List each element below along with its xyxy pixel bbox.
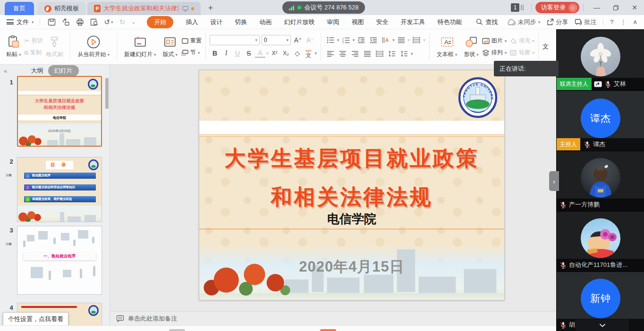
ribbon-tab-animation[interactable]: 动画 [259,18,271,26]
slide-thumbnail-3[interactable]: 一、熟知就业程序 [17,226,102,295]
help-button[interactable]: ? [610,18,613,25]
minimize-button[interactable]: — [587,0,606,15]
collapse-panel-button[interactable]: « [4,67,7,74]
clear-format-button[interactable]: ◇ [292,48,303,58]
column-spacing-button[interactable] [386,49,398,58]
notes-bar[interactable]: 单击此处添加备注 [110,311,556,325]
slide-title[interactable]: 大学生基层项目就业政策和相关法律法规 [199,139,504,216]
slide-editor-area[interactable]: YANGTZE UNIVERSITY 大学生基层项目就业政策和相关法律法规 电信… [110,65,556,311]
slide-thumbnail-1[interactable]: 大学生基层项目就业政策和相关法律法规 电信学院 2020年4月15日 [17,76,102,147]
print-icon[interactable] [76,18,84,26]
collapse-ribbon-button[interactable]: ∧ [633,18,637,25]
numbered-list-button[interactable] [340,35,352,45]
layout-button[interactable]: 版式▾ [160,34,181,59]
undo-button[interactable]: ↺▾ [104,18,113,26]
window-count-badge[interactable]: 1 [511,3,519,12]
export-icon[interactable] [62,18,70,26]
textbox-button[interactable]: A 文本框▾ [433,34,461,59]
arrange-button[interactable]: 排列▾ [482,49,507,57]
ribbon-tab-security[interactable]: 安全 [376,18,388,26]
redo-button[interactable]: ↻ [119,18,126,26]
more-commands-button[interactable]: ⌄ [131,19,136,25]
print-preview-icon[interactable] [90,18,98,26]
copy-button[interactable]: ⧉复制 [25,49,43,57]
more-menu-button[interactable]: ⋮ [620,18,626,25]
ribbon-tab-home[interactable]: 开始 [147,16,173,28]
text-placeholder-button[interactable] [396,35,407,45]
font-family-select[interactable]: ▾ [210,35,260,45]
new-tab-button[interactable]: + [204,2,217,14]
fill-button[interactable]: 填充▾ [509,37,534,45]
section-button[interactable]: 节▾ [181,49,202,57]
ribbon-tab-slideshow[interactable]: 幻灯片放映 [284,18,314,26]
slide-canvas[interactable]: YANGTZE UNIVERSITY 大学生基层项目就业政策和相关法律法规 电信… [199,70,505,300]
cut-button[interactable]: ✂剪切 [25,37,43,45]
phonetic-guide-button[interactable]: wén文 [304,48,314,58]
increase-indent-button[interactable] [368,35,379,45]
format-painter-button[interactable]: 格式刷 [42,34,66,59]
settings-tooltip[interactable]: 个性设置，点我看看 [3,312,68,325]
ribbon-tab-view[interactable]: 视图 [351,18,364,26]
comment-button[interactable]: 批注 [575,18,596,26]
save-icon[interactable] [48,18,56,26]
align-left-button[interactable] [325,49,336,58]
ribbon-tab-review[interactable]: 审阅 [327,18,339,26]
slide-subtitle[interactable]: 电信学院 [199,211,504,227]
justify-button[interactable] [362,49,373,58]
participant-tile[interactable]: 谭杰 主持人 谭杰 [557,90,644,150]
chevron-down-icon: ▾ [532,39,534,43]
participant-tile[interactable]: 联席主持人 艾林 [557,29,644,90]
outline-button[interactable]: 轮廓▾ [509,49,534,57]
tab-docer-templates[interactable]: 稻壳模板 [38,2,85,15]
strikethrough-button[interactable]: S [244,48,254,58]
participant-tile[interactable]: 自动化产11701鲁进... [557,211,644,271]
font-size-select[interactable]: 0▾ [262,35,291,45]
line-spacing-button[interactable] [398,49,410,58]
ribbon-tab-devtools[interactable]: 开发工具 [400,18,425,26]
char-spacing-button[interactable] [411,35,422,45]
align-right-button[interactable] [349,49,361,58]
share-button[interactable]: 分享 [547,18,568,26]
tab-home[interactable]: 首页 [5,2,34,15]
ribbon-tab-design[interactable]: 设计 [210,18,222,26]
ribbon-tab-transition[interactable]: 切换 [235,18,247,26]
text-direction-button[interactable] [380,35,391,45]
play-from-current-button[interactable]: 从当前开始▾ [74,34,113,59]
tab-outline[interactable]: 大纲 [31,66,43,75]
paste-button[interactable]: 粘贴▾ [3,34,25,59]
shapes-button[interactable]: 形状▾ [460,34,482,59]
reset-button[interactable]: 重置 [181,37,202,45]
bullet-list-button[interactable] [325,35,336,45]
sync-status-button[interactable]: 未同步 ▾ [507,18,541,26]
superscript-button[interactable]: X² [270,48,280,58]
file-menu[interactable]: 文件 ▾ [7,18,34,26]
font-color-button[interactable]: A [255,49,265,58]
picture-button[interactable]: 图片▾ [482,37,507,45]
align-center-button[interactable] [337,49,348,58]
meeting-id-badge[interactable]: 会议号 274 876 528 [282,1,365,14]
subscript-button[interactable]: X₂ [281,48,291,58]
collapse-participants-button[interactable] [576,319,629,331]
guest-login-button[interactable]: 访客登录 ☺ [535,2,579,13]
panel-scrollbar[interactable] [105,78,109,109]
participant-tile[interactable]: 新钟 胡新钟 [557,271,644,331]
ribbon-tab-special[interactable]: 特色功能 [437,18,462,26]
participant-tile[interactable]: 产一方博鹏 [557,150,644,211]
bold-button[interactable]: B [210,48,220,58]
underline-button[interactable]: U [232,48,243,58]
decrease-font-button[interactable]: A⁻ [305,35,315,45]
slide-thumbnail-2[interactable]: 目 录 1 熟知就业程序 2 熟识就业协议和劳动合同等知识 3 掌握就业政策、维… [17,157,102,222]
expand-panel-handle[interactable]: › [549,171,559,191]
find-button[interactable]: 查找 [476,18,498,26]
new-slide-button[interactable]: ✳ 新建幻灯片▾ [121,34,160,59]
ribbon-tab-insert[interactable]: 插入 [186,18,198,26]
tab-document[interactable]: P 大学生就业政策和相关法律法规 [87,2,201,15]
slide-date[interactable]: 2020年4月15日 [199,257,504,277]
restore-button[interactable] [606,0,625,15]
italic-button[interactable]: I [221,48,231,58]
increase-font-button[interactable]: A⁺ [293,35,303,45]
decrease-indent-button[interactable] [356,35,367,45]
close-button[interactable]: ✕ [625,0,644,15]
tab-slides[interactable]: 幻灯片 [48,65,79,76]
distribute-button[interactable] [374,49,385,58]
